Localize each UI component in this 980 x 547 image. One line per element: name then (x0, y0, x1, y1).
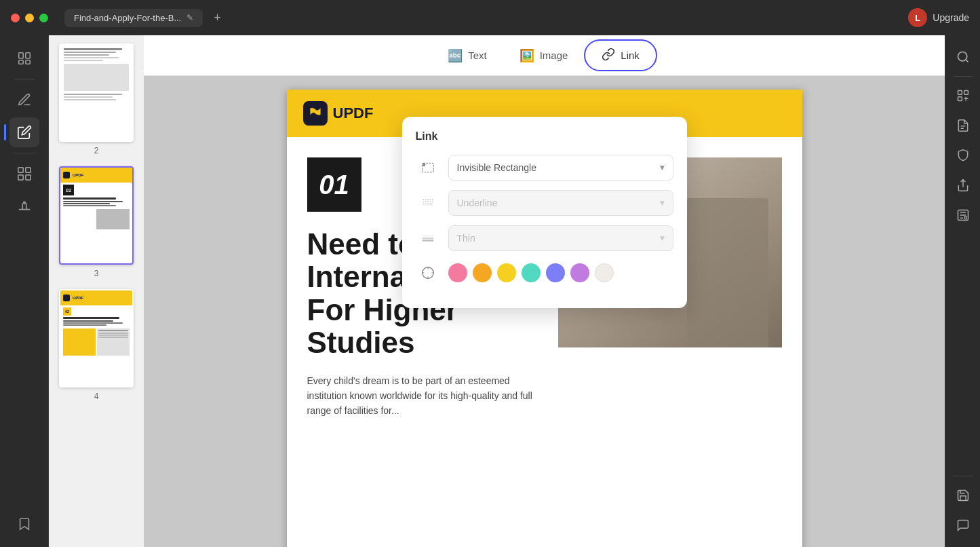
thumb-page-3[interactable]: UPDF 01 (59, 166, 134, 265)
image-tool-icon: 🖼️ (520, 48, 534, 63)
link-underline-icon (416, 191, 440, 215)
left-sidebar (0, 35, 49, 547)
color-pink[interactable] (448, 263, 467, 282)
sidebar-item-edit[interactable] (9, 117, 39, 147)
sidebar-item-pages[interactable] (9, 43, 39, 73)
right-divider-2 (954, 476, 973, 476)
color-teal[interactable] (522, 263, 541, 282)
updf-logo-text: UPDF (333, 105, 374, 122)
thumbnail-2[interactable]: 2 (54, 43, 138, 155)
image-tool-button[interactable]: 🖼️ Image (503, 41, 585, 70)
right-sidebar (945, 35, 980, 547)
svg-rect-7 (25, 175, 30, 180)
upgrade-label: Upgrade (933, 12, 969, 23)
sidebar-item-bookmark[interactable] (9, 509, 39, 539)
right-divider-1 (954, 76, 973, 77)
sidebar-bottom (9, 509, 39, 539)
svg-rect-16 (964, 91, 968, 95)
svg-rect-3 (25, 60, 29, 64)
svg-point-14 (958, 52, 966, 61)
comment-icon-btn[interactable] (949, 512, 977, 539)
text-tool-button[interactable]: 🔤 Text (431, 41, 503, 70)
thickness-select[interactable]: Thin (448, 225, 673, 251)
doc-viewer[interactable]: Link Invisible Rectangle ▼ (144, 76, 945, 547)
page-header-logo: UPDF (303, 101, 374, 126)
new-tab-button[interactable]: + (208, 8, 227, 28)
sidebar-divider-2 (14, 153, 35, 153)
main-layout: 2 UPDF 01 3 (0, 35, 980, 547)
thumb4-header: UPDF (60, 290, 132, 305)
link-tool-label: Link (621, 50, 640, 61)
thumb-page-4[interactable]: UPDF 02 (59, 289, 134, 388)
page-body-text: Every child's dream is to be part of an … (307, 373, 538, 419)
shape-select-wrapper: Invisible Rectangle ▼ (448, 155, 673, 181)
thumb3-body: 01 (60, 183, 132, 231)
titlebar: Find-and-Apply-For-the-B... ✎ + L Upgrad… (0, 0, 980, 35)
svg-rect-19 (964, 216, 966, 219)
share-icon-btn[interactable] (949, 172, 977, 199)
toolbar: 🔤 Text 🖼️ Image Link (144, 35, 945, 76)
link-shape-row: Invisible Rectangle ▼ (416, 155, 673, 181)
thumbnail-panel: 2 UPDF 01 3 (49, 35, 144, 547)
link-underline-row: Underline ▼ (416, 190, 673, 216)
thickness-select-wrapper: Thin ▼ (448, 225, 673, 251)
text-tool-icon: 🔤 (448, 48, 463, 63)
sidebar-item-stamp[interactable] (9, 191, 39, 221)
updf-logo-icon (303, 101, 328, 126)
active-tab[interactable]: Find-and-Apply-For-the-B... ✎ (64, 9, 203, 27)
save-icon-btn[interactable] (949, 482, 977, 509)
link-thickness-icon (416, 226, 440, 250)
link-tool-button[interactable]: Link (584, 39, 657, 71)
color-yellow[interactable] (497, 263, 516, 282)
convert-icon-btn[interactable] (949, 112, 977, 139)
svg-point-9 (423, 164, 425, 166)
traffic-lights (11, 14, 48, 22)
sidebar-item-annotation[interactable] (9, 85, 39, 115)
thumb3-header: UPDF (60, 168, 132, 183)
user-avatar: L (908, 8, 927, 27)
close-button[interactable] (11, 14, 20, 22)
maximize-button[interactable] (39, 14, 48, 22)
color-palette-icon (416, 261, 440, 285)
svg-rect-2 (18, 60, 22, 64)
svg-rect-17 (958, 97, 962, 101)
color-lavender[interactable] (570, 263, 589, 282)
page-number-badge: 01 (307, 157, 361, 212)
sidebar-item-organize[interactable] (9, 159, 39, 189)
thumbnail-3[interactable]: UPDF 01 3 (54, 166, 138, 278)
svg-rect-15 (958, 91, 962, 95)
content-area: 🔤 Text 🖼️ Image Link Link (144, 35, 945, 547)
link-tool-icon (602, 48, 615, 63)
thumbnail-4[interactable]: UPDF 02 (54, 289, 138, 401)
svg-rect-4 (18, 168, 22, 172)
shape-chevron-icon: ▼ (659, 163, 667, 172)
minimize-button[interactable] (25, 14, 34, 22)
link-color-row (416, 261, 673, 285)
form-icon-btn[interactable] (949, 202, 977, 229)
thumb-page-2[interactable] (59, 43, 134, 142)
ocr-icon-btn[interactable] (949, 82, 977, 109)
color-orange[interactable] (473, 263, 492, 282)
tab-label: Find-and-Apply-For-the-B... (74, 13, 181, 23)
underline-select[interactable]: Underline (448, 190, 673, 216)
color-white[interactable] (595, 263, 614, 282)
link-shape-icon (416, 155, 440, 180)
underline-select-wrapper: Underline ▼ (448, 190, 673, 216)
tab-edit-icon[interactable]: ✎ (187, 13, 193, 22)
link-panel: Link Invisible Rectangle ▼ (402, 117, 687, 308)
upgrade-area[interactable]: L Upgrade (908, 8, 969, 27)
shape-select[interactable]: Invisible Rectangle (448, 155, 673, 181)
right-sidebar-bottom (949, 473, 977, 539)
color-blue[interactable] (546, 263, 565, 282)
thumb-label-3: 3 (94, 269, 99, 278)
svg-rect-6 (18, 175, 22, 180)
protect-icon-btn[interactable] (949, 142, 977, 169)
text-tool-label: Text (468, 50, 487, 61)
search-icon-btn[interactable] (949, 43, 977, 71)
thickness-chevron-icon: ▼ (659, 233, 667, 243)
color-palette (448, 263, 614, 282)
svg-rect-5 (25, 168, 30, 172)
thumb-label-4: 4 (94, 392, 99, 401)
underline-chevron-icon: ▼ (659, 198, 667, 208)
tab-area: Find-and-Apply-For-the-B... ✎ + (64, 8, 227, 28)
